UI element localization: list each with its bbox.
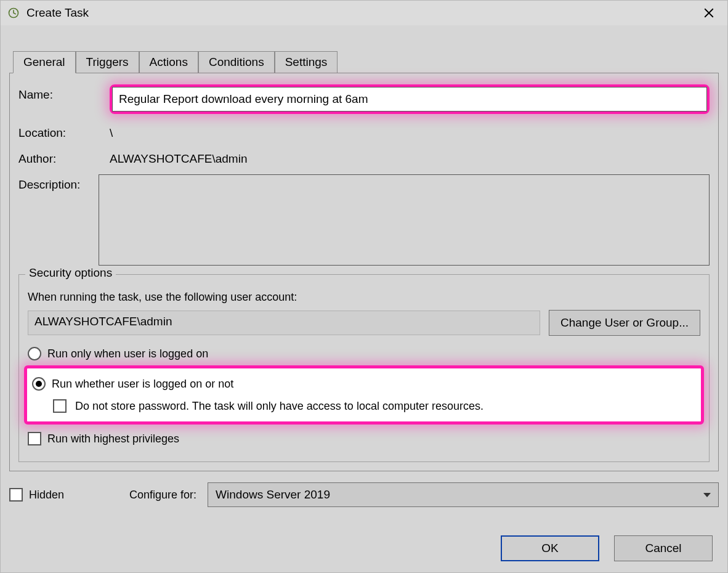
radio-run-logged-or-not-label: Run whether user is logged on or not	[52, 378, 233, 391]
cancel-button[interactable]: Cancel	[614, 535, 713, 561]
radio-run-logged-on-label: Run only when user is logged on	[47, 347, 208, 360]
author-label: Author:	[18, 148, 110, 166]
create-task-dialog: Create Task General Triggers Actions Con…	[0, 0, 728, 573]
checkbox-icon	[53, 399, 67, 413]
name-label: Name:	[18, 84, 110, 102]
tab-settings[interactable]: Settings	[275, 51, 338, 73]
radio-run-logged-on[interactable]: Run only when user is logged on	[28, 347, 700, 360]
user-account-display: ALWAYSHOTCAFE\admin	[28, 311, 540, 335]
location-label: Location:	[18, 123, 110, 140]
radio-icon	[28, 347, 41, 360]
footer-row: Hidden Configure for: Windows Server 201…	[9, 482, 719, 507]
security-legend: Security options	[25, 266, 116, 280]
tab-actions[interactable]: Actions	[139, 51, 198, 73]
author-value: ALWAYSHOTCAFE\admin	[110, 148, 710, 166]
run-whether-highlight: Run whether user is logged on or not Do …	[24, 365, 704, 425]
highest-privileges-label: Run with highest privileges	[47, 433, 179, 445]
radio-icon	[32, 377, 46, 391]
tab-strip: General Triggers Actions Conditions Sett…	[13, 47, 727, 73]
description-label: Description:	[18, 174, 99, 192]
security-options-group: Security options When running the task, …	[18, 274, 710, 462]
tab-panel-general: Name: Location: \ Author: ALWAYSHOTCAFE\…	[9, 73, 719, 471]
location-value: \	[110, 123, 710, 140]
no-store-password-row[interactable]: Do not store password. The task will onl…	[53, 399, 695, 413]
change-user-button[interactable]: Change User or Group...	[549, 310, 700, 336]
clock-icon	[7, 6, 20, 20]
radio-run-logged-or-not[interactable]: Run whether user is logged on or not	[32, 377, 695, 391]
name-input[interactable]	[112, 87, 707, 112]
checkbox-icon	[28, 432, 41, 445]
ok-button[interactable]: OK	[501, 535, 599, 561]
no-store-password-label: Do not store password. The task will onl…	[75, 400, 483, 413]
title-bar: Create Task	[1, 1, 727, 25]
hidden-label: Hidden	[29, 489, 64, 502]
configure-for-label: Configure for:	[129, 489, 196, 502]
hidden-checkbox-row[interactable]: Hidden	[9, 488, 64, 502]
description-input[interactable]	[99, 174, 710, 266]
dialog-button-row: OK Cancel	[501, 535, 713, 561]
highest-privileges-row[interactable]: Run with highest privileges	[28, 432, 700, 445]
configure-for-value: Windows Server 2019	[216, 488, 330, 502]
configure-for-dropdown[interactable]: Windows Server 2019	[208, 482, 719, 507]
close-button[interactable]	[697, 1, 721, 25]
tab-triggers[interactable]: Triggers	[76, 51, 139, 73]
checkbox-icon	[9, 488, 23, 502]
when-running-label: When running the task, use the following…	[28, 291, 700, 304]
window-title: Create Task	[26, 6, 89, 20]
name-highlight	[110, 84, 710, 114]
tab-general[interactable]: General	[13, 51, 76, 73]
chevron-down-icon	[703, 493, 711, 497]
tab-conditions[interactable]: Conditions	[198, 51, 275, 73]
